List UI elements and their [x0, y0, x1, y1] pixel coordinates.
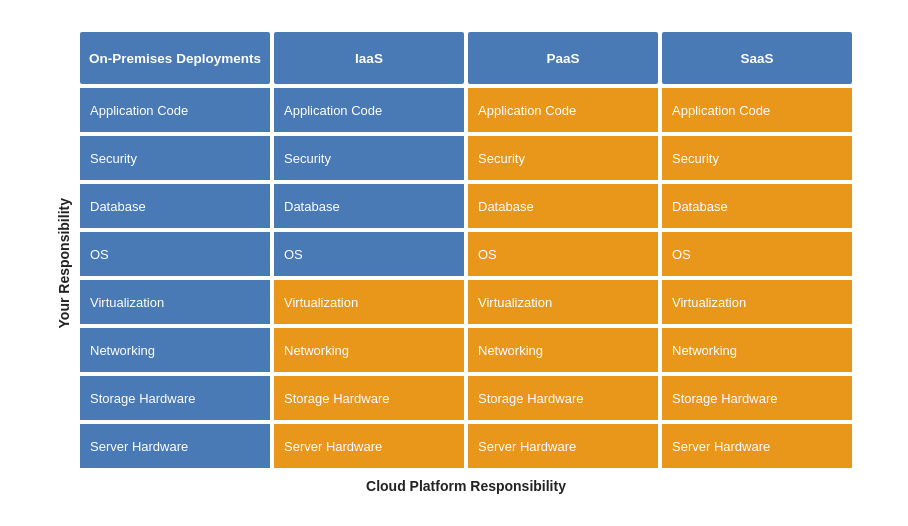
cell-3-1: Security [662, 136, 852, 180]
cell-0-2: Database [80, 184, 270, 228]
cell-0-3: OS [80, 232, 270, 276]
cell-3-5: Networking [662, 328, 852, 372]
cell-2-3: OS [468, 232, 658, 276]
cell-1-2: Database [274, 184, 464, 228]
cell-0-5: Networking [80, 328, 270, 372]
cell-2-6: Storage Hardware [468, 376, 658, 420]
cell-0-6: Storage Hardware [80, 376, 270, 420]
x-axis-label: Cloud Platform Responsibility [366, 478, 566, 494]
cell-1-7: Server Hardware [274, 424, 464, 468]
cell-3-7: Server Hardware [662, 424, 852, 468]
diagram-container: Your Responsibility On-Premises Deployme… [56, 32, 852, 494]
column-header-3: SaaS [662, 32, 852, 84]
column-header-2: PaaS [468, 32, 658, 84]
cell-3-2: Database [662, 184, 852, 228]
chart-area: On-Premises DeploymentsApplication CodeS… [80, 32, 852, 494]
cell-1-6: Storage Hardware [274, 376, 464, 420]
cell-3-4: Virtualization [662, 280, 852, 324]
cell-3-3: OS [662, 232, 852, 276]
cell-2-4: Virtualization [468, 280, 658, 324]
cell-3-0: Application Code [662, 88, 852, 132]
y-axis-label: Your Responsibility [56, 198, 72, 328]
columns-row: On-Premises DeploymentsApplication CodeS… [80, 32, 852, 468]
column-0: On-Premises DeploymentsApplication CodeS… [80, 32, 270, 468]
cell-1-4: Virtualization [274, 280, 464, 324]
cell-1-1: Security [274, 136, 464, 180]
cell-2-1: Security [468, 136, 658, 180]
cell-1-3: OS [274, 232, 464, 276]
cell-0-0: Application Code [80, 88, 270, 132]
cell-2-0: Application Code [468, 88, 658, 132]
cell-2-7: Server Hardware [468, 424, 658, 468]
column-3: SaaSApplication CodeSecurityDatabaseOSVi… [662, 32, 852, 468]
column-1: IaaSApplication CodeSecurityDatabaseOSVi… [274, 32, 464, 468]
cell-0-1: Security [80, 136, 270, 180]
column-2: PaaSApplication CodeSecurityDatabaseOSVi… [468, 32, 658, 468]
column-header-1: IaaS [274, 32, 464, 84]
column-header-0: On-Premises Deployments [80, 32, 270, 84]
cell-1-5: Networking [274, 328, 464, 372]
cell-2-5: Networking [468, 328, 658, 372]
cell-0-4: Virtualization [80, 280, 270, 324]
cell-3-6: Storage Hardware [662, 376, 852, 420]
cell-2-2: Database [468, 184, 658, 228]
cell-1-0: Application Code [274, 88, 464, 132]
cell-0-7: Server Hardware [80, 424, 270, 468]
